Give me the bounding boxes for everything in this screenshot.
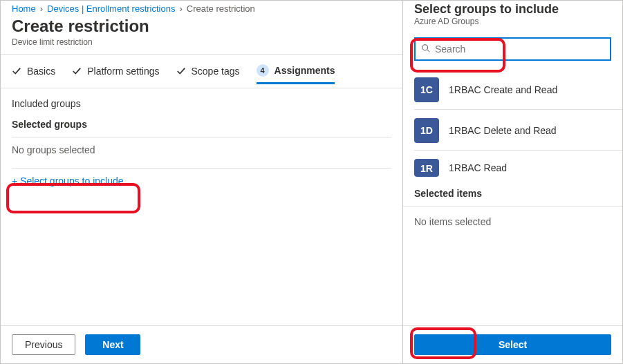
group-list: 1C 1RBAC Create and Read 1D 1RBAC Delete… bbox=[403, 65, 622, 184]
check-icon bbox=[72, 66, 82, 76]
group-name: 1RBAC Create and Read bbox=[449, 84, 557, 95]
avatar: 1R bbox=[414, 159, 439, 177]
select-button[interactable]: Select bbox=[414, 334, 611, 355]
group-item[interactable]: 1R 1RBAC Read bbox=[414, 150, 622, 184]
page-header: Create restriction Device limit restrict… bbox=[1, 15, 402, 55]
breadcrumb-current: Create restriction bbox=[187, 3, 255, 14]
tab-label: Scope tags bbox=[192, 66, 240, 77]
avatar: 1C bbox=[414, 77, 439, 102]
panel-header: Select groups to include Azure AD Groups bbox=[403, 1, 622, 30]
chevron-right-icon: › bbox=[179, 3, 182, 14]
panel-title: Select groups to include bbox=[414, 2, 611, 17]
tab-scope-tags[interactable]: Scope tags bbox=[176, 66, 240, 82]
breadcrumb-home[interactable]: Home bbox=[12, 3, 36, 14]
page-title: Create restriction bbox=[12, 17, 391, 36]
panel-footer: Select bbox=[403, 325, 622, 363]
select-groups-panel: Select groups to include Azure AD Groups… bbox=[403, 1, 622, 363]
main-pane: Home › Devices | Enrollment restrictions… bbox=[1, 1, 403, 363]
chevron-right-icon: › bbox=[40, 3, 43, 14]
svg-point-0 bbox=[422, 44, 428, 50]
check-icon bbox=[176, 66, 186, 76]
tab-assignments[interactable]: 4 Assignments bbox=[257, 64, 335, 84]
breadcrumb-devices[interactable]: Devices | Enrollment restrictions bbox=[47, 3, 175, 14]
group-item[interactable]: 1C 1RBAC Create and Read bbox=[414, 70, 622, 109]
tab-label: Assignments bbox=[275, 65, 335, 76]
next-button[interactable]: Next bbox=[85, 334, 140, 355]
group-item[interactable]: 1D 1RBAC Delete and Read bbox=[414, 109, 622, 150]
group-name: 1RBAC Delete and Read bbox=[449, 125, 557, 136]
included-groups-label: Included groups bbox=[12, 98, 391, 109]
tab-platform-settings[interactable]: Platform settings bbox=[72, 66, 159, 82]
search-box[interactable] bbox=[414, 37, 611, 61]
tab-label: Platform settings bbox=[87, 66, 159, 77]
svg-line-1 bbox=[427, 49, 430, 52]
previous-button[interactable]: Previous bbox=[12, 334, 75, 355]
breadcrumb: Home › Devices | Enrollment restrictions… bbox=[1, 1, 402, 15]
tab-basics[interactable]: Basics bbox=[12, 66, 55, 82]
assignments-content: Included groups Selected groups No group… bbox=[1, 88, 402, 325]
selected-groups-header: Selected groups bbox=[12, 119, 391, 130]
tab-label: Basics bbox=[27, 66, 55, 77]
search-input[interactable] bbox=[431, 43, 604, 55]
wizard-footer: Previous Next bbox=[1, 325, 402, 363]
divider bbox=[12, 168, 391, 169]
no-items-selected-text: No items selected bbox=[403, 207, 622, 237]
no-groups-selected-text: No groups selected bbox=[12, 142, 391, 165]
wizard-tabs: Basics Platform settings Scope tags 4 As… bbox=[1, 55, 402, 88]
search-wrap bbox=[403, 30, 622, 65]
step-number-badge: 4 bbox=[257, 64, 269, 77]
search-icon bbox=[421, 44, 431, 55]
selected-items-header: Selected items bbox=[403, 184, 622, 203]
page-subtitle: Device limit restriction bbox=[12, 37, 391, 47]
group-name: 1RBAC Read bbox=[449, 162, 507, 173]
select-groups-link[interactable]: + Select groups to include bbox=[12, 173, 124, 189]
avatar: 1D bbox=[414, 118, 439, 143]
divider bbox=[12, 137, 391, 137]
panel-subtitle: Azure AD Groups bbox=[414, 17, 611, 26]
check-icon bbox=[12, 66, 21, 76]
